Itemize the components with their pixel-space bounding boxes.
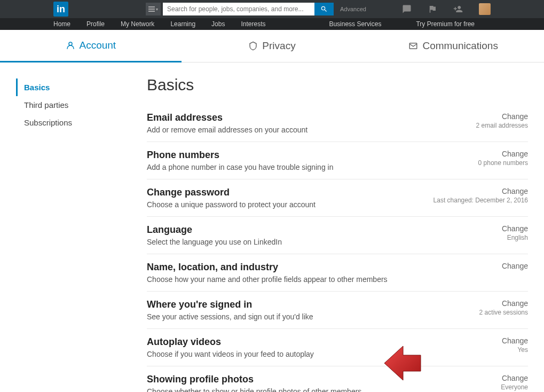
setting-desc: Choose a unique password to protect your…: [147, 200, 421, 209]
svg-point-0: [69, 42, 72, 45]
setting-left: Where you're signed inSee your active se…: [147, 299, 421, 321]
nav-interests[interactable]: Interests: [241, 20, 265, 28]
settings-sidebar: Basics Third parties Subscriptions: [16, 76, 144, 392]
content-area: Basics Email addressesAdd or remove emai…: [144, 76, 528, 392]
advanced-search-link[interactable]: Advanced: [340, 6, 366, 12]
setting-desc: Select the language you use on LinkedIn: [147, 238, 421, 246]
setting-meta: Last changed: December 2, 2016: [421, 197, 528, 204]
top-header: in ▾ Advanced: [0, 0, 544, 18]
hamburger-icon: [148, 6, 155, 12]
setting-right: Change2 email addresses: [421, 112, 528, 129]
setting-right: ChangeEveryone: [421, 374, 528, 391]
sidebar-item-basics[interactable]: Basics: [16, 79, 144, 96]
setting-title: Email addresses: [147, 112, 421, 123]
search-button[interactable]: [314, 3, 334, 15]
setting-title: Showing profile photos: [147, 374, 421, 385]
search-input[interactable]: [163, 3, 314, 15]
person-icon: [66, 41, 75, 50]
setting-left: LanguageSelect the language you use on L…: [147, 224, 421, 246]
nav-business[interactable]: Business Services: [329, 20, 381, 28]
main-nav: Home Profile My Network Learning Jobs In…: [0, 18, 544, 30]
setting-desc: Choose how your name and other profile f…: [147, 275, 421, 284]
setting-desc: Choose if you want videos in your feed t…: [147, 350, 421, 358]
setting-desc: Add or remove email addresses on your ac…: [147, 126, 421, 134]
setting-right: ChangeYes: [421, 336, 528, 354]
setting-row[interactable]: LanguageSelect the language you use on L…: [147, 217, 528, 254]
setting-row[interactable]: Phone numbersAdd a phone number in case …: [147, 142, 528, 179]
setting-meta: Everyone: [421, 383, 528, 391]
setting-left: Phone numbersAdd a phone number in case …: [147, 150, 421, 171]
caret-down-icon: ▾: [156, 7, 158, 12]
setting-meta: Yes: [421, 346, 528, 354]
sidebar-item-subscriptions[interactable]: Subscriptions: [16, 114, 144, 131]
setting-right: Change: [421, 262, 528, 270]
change-link[interactable]: Change: [421, 374, 528, 382]
nav-home[interactable]: Home: [53, 20, 70, 28]
change-link[interactable]: Change: [421, 299, 528, 308]
setting-desc: Choose whether to show or hide profile p…: [147, 387, 421, 392]
tab-communications-label: Communications: [422, 40, 498, 52]
change-link[interactable]: Change: [421, 336, 528, 345]
sidebar-item-third-parties[interactable]: Third parties: [16, 96, 144, 114]
menu-toggle-button[interactable]: ▾: [146, 3, 161, 15]
add-person-icon[interactable]: [453, 4, 463, 14]
change-link[interactable]: Change: [421, 187, 528, 195]
tab-account[interactable]: Account: [0, 30, 182, 62]
setting-row[interactable]: Email addressesAdd or remove email addre…: [147, 105, 528, 142]
setting-right: Change2 active sessions: [421, 299, 528, 316]
change-link[interactable]: Change: [421, 262, 528, 270]
avatar[interactable]: [479, 3, 491, 15]
nav-learning[interactable]: Learning: [170, 20, 195, 28]
envelope-icon: [408, 41, 418, 51]
setting-title: Autoplay videos: [147, 336, 421, 348]
flag-icon[interactable]: [428, 4, 437, 14]
setting-right: Change0 phone numbers: [421, 150, 528, 167]
messages-icon[interactable]: [402, 4, 412, 14]
setting-desc: Add a phone number in case you have trou…: [147, 163, 421, 171]
nav-network[interactable]: My Network: [121, 20, 154, 28]
nav-jobs[interactable]: Jobs: [211, 20, 225, 28]
tab-privacy-label: Privacy: [262, 40, 295, 52]
setting-row[interactable]: Where you're signed inSee your active se…: [147, 292, 528, 329]
setting-title: Phone numbers: [147, 150, 421, 161]
nav-profile[interactable]: Profile: [86, 20, 105, 28]
setting-row[interactable]: Name, location, and industryChoose how y…: [147, 254, 528, 292]
setting-title: Where you're signed in: [147, 299, 421, 310]
setting-title: Name, location, and industry: [147, 262, 421, 273]
change-link[interactable]: Change: [421, 224, 528, 233]
tab-account-label: Account: [80, 40, 116, 51]
header-icons: [402, 3, 491, 15]
linkedin-logo[interactable]: in: [53, 2, 68, 17]
search-icon: [320, 5, 328, 13]
setting-title: Language: [147, 224, 421, 236]
setting-meta: English: [421, 234, 528, 241]
setting-row[interactable]: Change passwordChoose a unique password …: [147, 179, 528, 217]
change-link[interactable]: Change: [421, 150, 528, 158]
tab-communications[interactable]: Communications: [362, 30, 544, 62]
setting-title: Change password: [147, 187, 421, 198]
setting-left: Autoplay videosChoose if you want videos…: [147, 336, 421, 358]
nav-premium[interactable]: Try Premium for free: [416, 20, 475, 28]
setting-meta: 2 email addresses: [421, 122, 528, 129]
setting-desc: See your active sessions, and sign out i…: [147, 312, 421, 321]
tab-privacy[interactable]: Privacy: [182, 30, 363, 62]
setting-left: Name, location, and industryChoose how y…: [147, 262, 421, 284]
setting-meta: 0 phone numbers: [421, 159, 528, 167]
setting-left: Change passwordChoose a unique password …: [147, 187, 421, 209]
change-link[interactable]: Change: [421, 112, 528, 121]
page-title: Basics: [147, 76, 528, 94]
setting-left: Email addressesAdd or remove email addre…: [147, 112, 421, 134]
setting-right: ChangeLast changed: December 2, 2016: [421, 187, 528, 204]
setting-row[interactable]: Autoplay videosChoose if you want videos…: [147, 329, 528, 366]
main-content: Basics Third parties Subscriptions Basic…: [0, 62, 544, 392]
settings-tabs: Account Privacy Communications: [0, 30, 544, 62]
setting-row[interactable]: Showing profile photosChoose whether to …: [147, 366, 528, 392]
setting-right: ChangeEnglish: [421, 224, 528, 241]
settings-list: Email addressesAdd or remove email addre…: [147, 105, 528, 392]
setting-meta: 2 active sessions: [421, 309, 528, 316]
shield-icon: [248, 41, 258, 51]
setting-left: Showing profile photosChoose whether to …: [147, 374, 421, 392]
